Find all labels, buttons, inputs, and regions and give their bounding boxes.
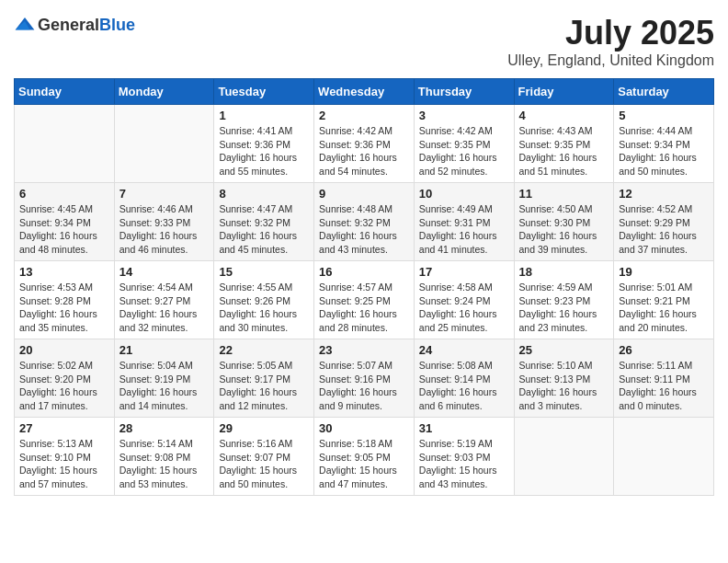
day-number: 16 <box>319 265 409 279</box>
day-number: 11 <box>519 187 609 201</box>
day-info: Sunrise: 4:42 AM Sunset: 9:35 PM Dayligh… <box>419 124 509 178</box>
day-number: 24 <box>419 343 509 357</box>
table-cell: 26Sunrise: 5:11 AM Sunset: 9:11 PM Dayli… <box>614 339 714 418</box>
table-cell: 30Sunrise: 5:18 AM Sunset: 9:05 PM Dayli… <box>314 418 415 496</box>
day-info: Sunrise: 5:08 AM Sunset: 9:14 PM Dayligh… <box>419 359 509 413</box>
day-info: Sunrise: 5:07 AM Sunset: 9:16 PM Dayligh… <box>319 359 409 413</box>
day-info: Sunrise: 5:10 AM Sunset: 9:13 PM Dayligh… <box>519 359 609 413</box>
week-row-5: 27Sunrise: 5:13 AM Sunset: 9:10 PM Dayli… <box>15 418 714 496</box>
day-number: 20 <box>19 343 109 357</box>
table-cell: 18Sunrise: 4:59 AM Sunset: 9:23 PM Dayli… <box>514 261 614 339</box>
week-row-3: 13Sunrise: 4:53 AM Sunset: 9:28 PM Dayli… <box>15 261 714 339</box>
day-number: 7 <box>119 187 210 201</box>
table-cell: 23Sunrise: 5:07 AM Sunset: 9:16 PM Dayli… <box>314 339 415 418</box>
day-info: Sunrise: 5:11 AM Sunset: 9:11 PM Dayligh… <box>619 359 709 413</box>
day-number: 23 <box>319 343 409 357</box>
table-cell <box>614 418 714 496</box>
week-row-2: 6Sunrise: 4:45 AM Sunset: 9:34 PM Daylig… <box>15 183 714 261</box>
header-thursday: Thursday <box>414 79 514 105</box>
day-info: Sunrise: 5:02 AM Sunset: 9:20 PM Dayligh… <box>19 359 109 413</box>
table-cell: 5Sunrise: 4:44 AM Sunset: 9:34 PM Daylig… <box>614 105 714 183</box>
day-info: Sunrise: 4:43 AM Sunset: 9:35 PM Dayligh… <box>519 124 609 178</box>
day-number: 30 <box>319 421 409 435</box>
logo-blue: Blue <box>99 16 135 34</box>
table-cell <box>15 105 115 183</box>
header-tuesday: Tuesday <box>214 79 314 105</box>
header-friday: Friday <box>514 79 614 105</box>
day-info: Sunrise: 5:19 AM Sunset: 9:03 PM Dayligh… <box>419 437 509 491</box>
table-cell: 28Sunrise: 5:14 AM Sunset: 9:08 PM Dayli… <box>114 418 214 496</box>
days-header-row: Sunday Monday Tuesday Wednesday Thursday… <box>15 79 714 105</box>
table-cell: 10Sunrise: 4:49 AM Sunset: 9:31 PM Dayli… <box>414 183 514 261</box>
table-cell: 3Sunrise: 4:42 AM Sunset: 9:35 PM Daylig… <box>414 105 514 183</box>
table-cell: 13Sunrise: 4:53 AM Sunset: 9:28 PM Dayli… <box>15 261 115 339</box>
day-info: Sunrise: 4:50 AM Sunset: 9:30 PM Dayligh… <box>519 202 609 257</box>
day-info: Sunrise: 5:04 AM Sunset: 9:19 PM Dayligh… <box>119 359 210 413</box>
day-info: Sunrise: 4:59 AM Sunset: 9:23 PM Dayligh… <box>519 281 609 335</box>
day-number: 12 <box>619 187 709 201</box>
day-info: Sunrise: 4:52 AM Sunset: 9:29 PM Dayligh… <box>619 202 709 257</box>
day-number: 9 <box>319 187 409 201</box>
day-info: Sunrise: 5:18 AM Sunset: 9:05 PM Dayligh… <box>319 437 409 491</box>
day-info: Sunrise: 4:48 AM Sunset: 9:32 PM Dayligh… <box>319 202 409 257</box>
day-number: 13 <box>19 265 109 279</box>
header-sunday: Sunday <box>15 79 115 105</box>
day-number: 4 <box>519 109 609 122</box>
day-number: 14 <box>119 265 210 279</box>
table-cell: 11Sunrise: 4:50 AM Sunset: 9:30 PM Dayli… <box>514 183 614 261</box>
table-cell: 2Sunrise: 4:42 AM Sunset: 9:36 PM Daylig… <box>314 105 415 183</box>
day-info: Sunrise: 4:54 AM Sunset: 9:27 PM Dayligh… <box>119 281 210 335</box>
day-info: Sunrise: 4:42 AM Sunset: 9:36 PM Dayligh… <box>319 124 409 178</box>
week-row-1: 1Sunrise: 4:41 AM Sunset: 9:36 PM Daylig… <box>15 105 714 183</box>
day-number: 26 <box>619 343 709 357</box>
day-info: Sunrise: 4:55 AM Sunset: 9:26 PM Dayligh… <box>219 281 309 335</box>
table-cell: 14Sunrise: 4:54 AM Sunset: 9:27 PM Dayli… <box>114 261 214 339</box>
header-saturday: Saturday <box>614 79 714 105</box>
table-cell: 16Sunrise: 4:57 AM Sunset: 9:25 PM Dayli… <box>314 261 415 339</box>
day-info: Sunrise: 4:45 AM Sunset: 9:34 PM Dayligh… <box>19 202 109 257</box>
day-number: 19 <box>619 265 709 279</box>
day-info: Sunrise: 5:14 AM Sunset: 9:08 PM Dayligh… <box>119 437 210 491</box>
table-cell: 1Sunrise: 4:41 AM Sunset: 9:36 PM Daylig… <box>214 105 314 183</box>
day-number: 1 <box>219 109 309 122</box>
day-number: 31 <box>419 421 509 435</box>
table-cell: 25Sunrise: 5:10 AM Sunset: 9:13 PM Dayli… <box>514 339 614 418</box>
day-number: 5 <box>619 109 709 122</box>
day-info: Sunrise: 5:13 AM Sunset: 9:10 PM Dayligh… <box>19 437 109 491</box>
table-cell: 24Sunrise: 5:08 AM Sunset: 9:14 PM Dayli… <box>414 339 514 418</box>
header-monday: Monday <box>114 79 214 105</box>
table-cell: 4Sunrise: 4:43 AM Sunset: 9:35 PM Daylig… <box>514 105 614 183</box>
table-cell: 27Sunrise: 5:13 AM Sunset: 9:10 PM Dayli… <box>15 418 115 496</box>
table-cell: 29Sunrise: 5:16 AM Sunset: 9:07 PM Dayli… <box>214 418 314 496</box>
location: Ulley, England, United Kingdom <box>507 52 714 69</box>
logo-general: General <box>38 16 99 34</box>
table-cell: 12Sunrise: 4:52 AM Sunset: 9:29 PM Dayli… <box>614 183 714 261</box>
table-cell: 20Sunrise: 5:02 AM Sunset: 9:20 PM Dayli… <box>15 339 115 418</box>
table-cell <box>114 105 214 183</box>
day-info: Sunrise: 5:01 AM Sunset: 9:21 PM Dayligh… <box>619 281 709 335</box>
day-number: 15 <box>219 265 309 279</box>
day-info: Sunrise: 4:46 AM Sunset: 9:33 PM Dayligh… <box>119 202 210 257</box>
header-wednesday: Wednesday <box>314 79 415 105</box>
table-cell: 15Sunrise: 4:55 AM Sunset: 9:26 PM Dayli… <box>214 261 314 339</box>
day-number: 17 <box>419 265 509 279</box>
logo-icon <box>14 14 36 36</box>
logo-text: GeneralBlue <box>38 16 135 35</box>
page-header: GeneralBlue July 2025 Ulley, England, Un… <box>14 14 714 69</box>
day-number: 28 <box>119 421 210 435</box>
calendar-table: Sunday Monday Tuesday Wednesday Thursday… <box>14 78 714 496</box>
month-title: July 2025 <box>507 14 714 52</box>
day-info: Sunrise: 4:57 AM Sunset: 9:25 PM Dayligh… <box>319 281 409 335</box>
day-info: Sunrise: 4:58 AM Sunset: 9:24 PM Dayligh… <box>419 281 509 335</box>
day-info: Sunrise: 5:05 AM Sunset: 9:17 PM Dayligh… <box>219 359 309 413</box>
day-number: 29 <box>219 421 309 435</box>
title-block: July 2025 Ulley, England, United Kingdom <box>507 14 714 69</box>
day-number: 21 <box>119 343 210 357</box>
day-info: Sunrise: 4:44 AM Sunset: 9:34 PM Dayligh… <box>619 124 709 178</box>
day-number: 22 <box>219 343 309 357</box>
day-number: 8 <box>219 187 309 201</box>
table-cell: 17Sunrise: 4:58 AM Sunset: 9:24 PM Dayli… <box>414 261 514 339</box>
table-cell: 22Sunrise: 5:05 AM Sunset: 9:17 PM Dayli… <box>214 339 314 418</box>
day-number: 27 <box>19 421 109 435</box>
day-info: Sunrise: 4:47 AM Sunset: 9:32 PM Dayligh… <box>219 202 309 257</box>
